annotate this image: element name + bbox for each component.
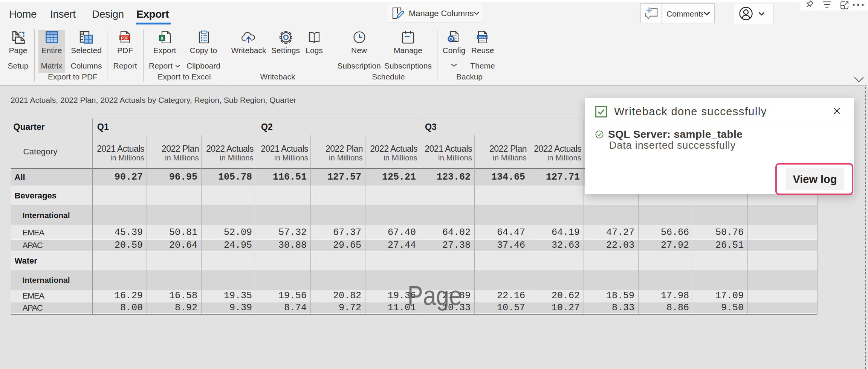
svg-text:JSON: JSON bbox=[478, 36, 486, 39]
svg-text:X: X bbox=[160, 36, 164, 41]
svg-text:PDF: PDF bbox=[121, 36, 128, 40]
